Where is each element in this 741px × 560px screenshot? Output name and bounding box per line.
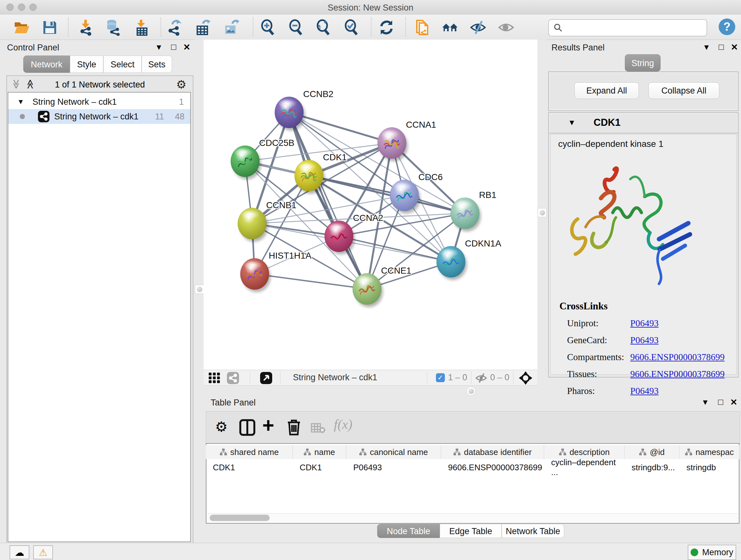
close-panel-icon[interactable]: ✕ xyxy=(730,397,738,408)
crosslink-compartments-link[interactable]: 9606.ENSP00000378699 xyxy=(630,352,725,362)
close-panel-icon[interactable]: ✕ xyxy=(731,42,738,52)
network-view-title: String Network – cdk1 xyxy=(293,373,377,382)
horizontal-splitter-handle[interactable] xyxy=(467,387,475,395)
network-nodes[interactable]: CCNB2CCNA1CDC25BCDK1CDC6RB1CCNB1CCNA2CDK… xyxy=(231,89,501,307)
search-input[interactable] xyxy=(548,19,707,37)
network-collection-row[interactable]: ▼ String Network – cdk1 1 xyxy=(8,95,190,109)
control-panel: Control Panel ▼ □ ✕ Network Style Select… xyxy=(3,40,195,543)
warnings-button[interactable]: ⚠ xyxy=(33,545,53,559)
column-header-name[interactable]: name xyxy=(293,445,346,459)
gene-header-row[interactable]: ▼ CDK1 xyxy=(549,113,738,133)
create-column-plus-icon[interactable]: + xyxy=(262,414,274,437)
float-panel-icon[interactable]: □ xyxy=(171,42,176,52)
show-all-eye-icon[interactable] xyxy=(498,19,515,36)
zoom-in-icon[interactable] xyxy=(259,19,276,36)
right-splitter[interactable] xyxy=(537,40,546,396)
network-canvas[interactable]: CCNB2CCNA1CDC25BCDK1CDC6RB1CCNB1CCNA2CDK… xyxy=(204,40,537,370)
zoom-selected-icon[interactable] xyxy=(343,19,359,36)
crosslink-pharos-link[interactable]: P06493 xyxy=(630,386,659,396)
gene-expander-icon[interactable]: ▼ xyxy=(568,118,576,127)
home-pages-icon[interactable] xyxy=(442,19,458,36)
birds-eye-view-icon[interactable] xyxy=(226,372,239,384)
expand-all-button[interactable]: Expand All xyxy=(575,82,639,99)
network-node-CCNB2[interactable]: CCNB2 xyxy=(275,89,333,131)
save-session-icon[interactable] xyxy=(42,19,58,36)
network-node-CDC6[interactable]: CDC6 xyxy=(390,172,443,213)
crosslink-label: Pharos: xyxy=(567,386,595,396)
network-options-gear-icon[interactable]: ⚙ xyxy=(176,78,186,91)
table-options-gear-icon[interactable]: ⚙ xyxy=(215,419,227,435)
cloud-status-button[interactable]: ☁ xyxy=(10,545,29,559)
column-header-description[interactable]: description xyxy=(544,445,624,459)
selected-checkbox-icon[interactable]: ✓ xyxy=(436,373,445,382)
open-in-window-icon[interactable] xyxy=(260,372,273,384)
export-image-icon[interactable] xyxy=(223,19,239,36)
clipboard-icon[interactable] xyxy=(414,19,430,36)
right-splitter-handle[interactable] xyxy=(538,208,547,217)
crosslink-tissues-link[interactable]: 9606.ENSP00000378699 xyxy=(630,369,725,379)
network-node-RB1[interactable]: RB1 xyxy=(451,190,496,232)
collection-expander-icon[interactable]: ▼ xyxy=(17,98,24,106)
cell-shared name[interactable]: CDK1 xyxy=(206,460,293,475)
tab-node-table[interactable]: Node Table xyxy=(377,524,440,538)
zoom-out-icon[interactable] xyxy=(287,19,304,36)
column-header-database identifier[interactable]: database identifier xyxy=(441,445,544,459)
collapse-all-button[interactable]: Collapse All xyxy=(649,82,719,99)
tab-select[interactable]: Select xyxy=(104,56,142,73)
memory-button[interactable]: Memory xyxy=(688,545,736,560)
cell-canonical name[interactable]: P06493 xyxy=(346,460,441,475)
refresh-icon[interactable] xyxy=(378,19,395,36)
column-header-namespac[interactable]: namespac xyxy=(679,445,739,459)
network-node-CCNB1[interactable]: CCNB1 xyxy=(238,200,296,242)
column-header-canonical name[interactable]: canonical name xyxy=(346,445,441,459)
tab-sets[interactable]: Sets xyxy=(142,56,172,73)
import-table-icon[interactable] xyxy=(133,19,150,36)
protein-structure-image xyxy=(563,160,697,288)
tab-network-table[interactable]: Network Table xyxy=(502,524,564,538)
grid-view-icon[interactable] xyxy=(209,373,220,383)
tab-edge-table[interactable]: Edge Table xyxy=(440,524,502,538)
network-node-HIST1H1A[interactable]: HIST1H1A xyxy=(240,251,312,292)
table-horizontal-scrollbar[interactable] xyxy=(207,513,738,522)
network-node-CCNA1[interactable]: CCNA1 xyxy=(378,120,436,161)
close-panel-icon[interactable]: ✕ xyxy=(183,42,191,52)
help-button[interactable]: ? xyxy=(719,18,735,35)
cell-namespac[interactable]: stringdb xyxy=(679,460,739,475)
import-database-icon[interactable] xyxy=(105,19,121,36)
collapse-panel-icon[interactable]: ▼ xyxy=(701,398,709,407)
network-node-CDKN1A[interactable]: CDKN1A xyxy=(436,239,501,280)
crosslink-genecard-link[interactable]: P06493 xyxy=(630,335,659,346)
column-type-icon xyxy=(559,448,566,456)
crosslink-uniprot-link[interactable]: P06493 xyxy=(630,318,659,328)
scrollbar-thumb[interactable] xyxy=(210,515,270,521)
column-header-shared name[interactable]: shared name xyxy=(206,445,293,459)
left-splitter[interactable] xyxy=(195,40,204,543)
cell-name[interactable]: CDK1 xyxy=(293,460,346,475)
float-panel-icon[interactable]: □ xyxy=(718,397,723,407)
hide-selected-eye-slash-icon[interactable] xyxy=(470,19,486,36)
network-row-selected[interactable]: String Network – cdk1 11 48 xyxy=(8,109,190,124)
collapse-panel-icon[interactable]: ▼ xyxy=(155,43,163,52)
tab-string[interactable]: String xyxy=(625,54,661,71)
cell-description[interactable]: cyclin–dependent ... xyxy=(544,460,624,475)
left-splitter-handle[interactable] xyxy=(195,285,204,294)
memory-label: Memory xyxy=(702,548,733,557)
horizontal-splitter[interactable] xyxy=(204,386,537,396)
tab-network[interactable]: Network xyxy=(23,56,70,73)
network-node-CCNE1[interactable]: CCNE1 xyxy=(353,266,411,307)
export-network-icon[interactable] xyxy=(166,19,183,36)
delete-column-trash-icon[interactable] xyxy=(286,419,301,436)
float-panel-icon[interactable]: □ xyxy=(719,42,724,52)
zoom-fit-content-icon[interactable] xyxy=(315,19,331,36)
import-network-icon[interactable] xyxy=(78,19,94,36)
export-table-icon[interactable] xyxy=(195,19,211,36)
cell-database identifier[interactable]: 9606.ENSP00000378699 xyxy=(441,460,544,475)
show-columns-icon[interactable] xyxy=(239,419,255,436)
collapse-panel-icon[interactable]: ▼ xyxy=(703,43,711,52)
tab-style[interactable]: Style xyxy=(70,56,104,73)
pan-crosshair-icon[interactable] xyxy=(519,371,532,385)
network-tree: ▼ String Network – cdk1 1 String Network… xyxy=(8,92,191,542)
column-header-@id[interactable]: @id xyxy=(624,445,679,459)
cell-@id[interactable]: stringdb:9... xyxy=(624,460,679,475)
open-session-icon[interactable] xyxy=(13,19,30,36)
